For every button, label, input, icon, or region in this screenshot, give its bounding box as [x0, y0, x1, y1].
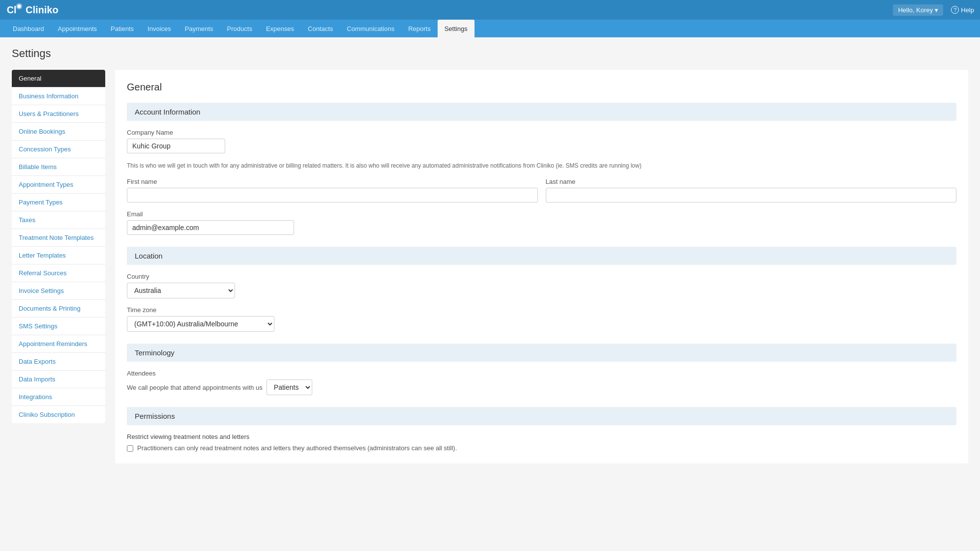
restrict-checkbox[interactable]: [127, 445, 133, 452]
permissions-section-header: Permissions: [127, 407, 956, 425]
sidebar-item-invoice-settings[interactable]: Invoice Settings: [12, 282, 105, 300]
page-container: Settings General Business Information Us…: [0, 37, 980, 551]
sidebar-item-appointment-reminders[interactable]: Appointment Reminders: [12, 335, 105, 353]
sidebar-item-business-information[interactable]: Business Information: [12, 87, 105, 105]
logo: Cl Cliniko: [6, 1, 59, 19]
sidebar-item-payment-types[interactable]: Payment Types: [12, 194, 105, 211]
layout: General Business Information Users & Pra…: [12, 70, 968, 464]
nav-appointments[interactable]: Appointments: [51, 20, 104, 37]
question-icon: ?: [951, 6, 959, 14]
sidebar-item-taxes[interactable]: Taxes: [12, 211, 105, 229]
first-name-label: First name: [127, 178, 538, 185]
sidebar-item-integrations[interactable]: Integrations: [12, 388, 105, 406]
nav-payments[interactable]: Payments: [178, 20, 220, 37]
chevron-down-icon: ▾: [935, 6, 938, 14]
nav-communications[interactable]: Communications: [340, 20, 401, 37]
sidebar-item-sms-settings[interactable]: SMS Settings: [12, 318, 105, 335]
restrict-checkbox-row: Practitioners can only read treatment no…: [127, 444, 956, 452]
sidebar-item-appointment-types[interactable]: Appointment Types: [12, 176, 105, 194]
email-input[interactable]: [127, 220, 294, 235]
restrict-checkbox-label: Practitioners can only read treatment no…: [137, 444, 457, 452]
company-name-input[interactable]: [127, 139, 225, 153]
company-name-group: Company Name: [127, 129, 956, 153]
name-row: First name Last name: [127, 178, 956, 203]
help-button[interactable]: ? Help: [951, 6, 974, 14]
first-name-group: First name: [127, 178, 538, 203]
attendees-prefix: We call people that attend appointments …: [127, 384, 263, 391]
nav-products[interactable]: Products: [220, 20, 259, 37]
nav-expenses[interactable]: Expenses: [259, 20, 301, 37]
nav-dashboard[interactable]: Dashboard: [6, 20, 51, 37]
top-bar: Cl Cliniko Hello, Korey ▾ ? Help: [0, 0, 980, 20]
account-section-header: Account Information: [127, 103, 956, 121]
sidebar-item-treatment-note-templates[interactable]: Treatment Note Templates: [12, 229, 105, 247]
sidebar: General Business Information Users & Pra…: [12, 70, 105, 464]
top-right: Hello, Korey ▾ ? Help: [893, 4, 974, 16]
sidebar-item-letter-templates[interactable]: Letter Templates: [12, 247, 105, 264]
timezone-label: Time zone: [127, 306, 956, 314]
attendees-select[interactable]: Patients: [267, 379, 312, 395]
sidebar-item-billable-items[interactable]: Billable Items: [12, 158, 105, 176]
sidebar-item-documents-printing[interactable]: Documents & Printing: [12, 300, 105, 318]
nav-invoices[interactable]: Invoices: [141, 20, 178, 37]
timezone-group: Time zone (GMT+10:00) Australia/Melbourn…: [127, 306, 956, 332]
nav-contacts[interactable]: Contacts: [301, 20, 340, 37]
country-select[interactable]: Australia: [127, 283, 235, 298]
account-hint: This is who we will get in touch with fo…: [127, 161, 956, 170]
restrict-label: Restrict viewing treatment notes and let…: [127, 433, 956, 440]
location-section-header: Location: [127, 247, 956, 265]
logo-icon: Cl: [6, 1, 24, 19]
nav-patients[interactable]: Patients: [104, 20, 141, 37]
attendees-label: Attendees: [127, 370, 956, 377]
company-name-label: Company Name: [127, 129, 956, 136]
sidebar-item-cliniko-subscription[interactable]: Cliniko Subscription: [12, 406, 105, 423]
sidebar-item-data-exports[interactable]: Data Exports: [12, 353, 105, 371]
nav-bar: Dashboard Appointments Patients Invoices…: [0, 20, 980, 37]
terminology-row: We call people that attend appointments …: [127, 379, 956, 395]
general-title: General: [127, 82, 956, 93]
attendees-group: Attendees We call people that attend app…: [127, 370, 956, 395]
country-label: Country: [127, 273, 956, 280]
email-group: Email: [127, 210, 956, 235]
sidebar-item-data-imports[interactable]: Data Imports: [12, 371, 105, 388]
svg-text:Cl: Cl: [7, 4, 17, 15]
page-title: Settings: [12, 47, 968, 60]
last-name-input[interactable]: [546, 188, 957, 203]
last-name-group: Last name: [546, 178, 957, 203]
sidebar-item-referral-sources[interactable]: Referral Sources: [12, 264, 105, 282]
sidebar-item-concession-types[interactable]: Concession Types: [12, 141, 105, 158]
timezone-select[interactable]: (GMT+10:00) Australia/Melbourne: [127, 316, 274, 332]
country-group: Country Australia: [127, 273, 956, 298]
nav-reports[interactable]: Reports: [401, 20, 438, 37]
email-label: Email: [127, 210, 956, 218]
user-menu[interactable]: Hello, Korey ▾: [893, 4, 943, 16]
sidebar-item-online-bookings[interactable]: Online Bookings: [12, 123, 105, 141]
terminology-section-header: Terminology: [127, 344, 956, 362]
main-content: General Account Information Company Name…: [115, 70, 968, 464]
sidebar-item-users-practitioners[interactable]: Users & Practitioners: [12, 105, 105, 123]
svg-point-2: [17, 4, 21, 8]
nav-settings[interactable]: Settings: [438, 20, 475, 37]
sidebar-item-general[interactable]: General: [12, 70, 105, 87]
last-name-label: Last name: [546, 178, 957, 185]
first-name-input[interactable]: [127, 188, 538, 203]
permissions-section: Restrict viewing treatment notes and let…: [127, 433, 956, 452]
